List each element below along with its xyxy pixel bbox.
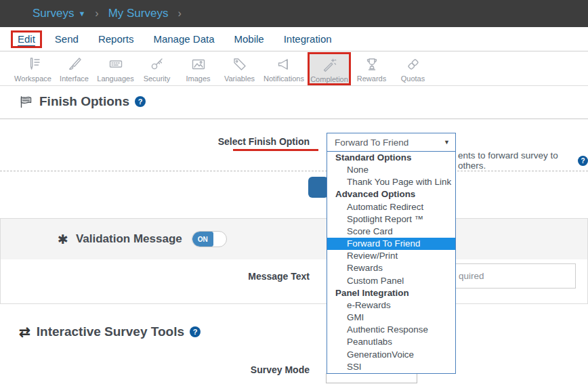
dropdown-group-panel-integration: Panel Integration	[327, 287, 455, 299]
dropdown-group-advanced-options: Advanced Options	[327, 188, 455, 200]
images-icon	[190, 56, 207, 73]
tool-label: Security	[144, 74, 171, 83]
rewards-icon	[363, 56, 381, 73]
dropdown-option-automatic-redirect[interactable]: Automatic Redirect	[327, 201, 455, 213]
dropdown-option-none[interactable]: None	[327, 164, 455, 176]
breadcrumb-separator-icon: ›	[95, 7, 98, 20]
tab-integration[interactable]: Integration	[284, 33, 332, 45]
tool-label: Images	[186, 74, 210, 83]
caret-down-icon: ▼	[78, 9, 85, 18]
dashed-divider	[0, 171, 588, 171]
dropdown-option-peanutlabs[interactable]: Peanutlabs	[327, 336, 455, 348]
forward-note: ents to forward survey to others. ?	[458, 150, 588, 171]
dropdown-option-authentic-response[interactable]: Authentic Response	[327, 324, 455, 336]
tool-rewards[interactable]: Rewards	[351, 52, 392, 85]
dropdown-option-e-rewards[interactable]: e-Rewards	[327, 299, 455, 312]
interface-icon	[66, 56, 83, 73]
tab-mobile[interactable]: Mobile	[234, 33, 264, 45]
dropdown-option-thank-you-page-with-link[interactable]: Thank You Page with Link	[327, 176, 455, 188]
page-title: Finish Options	[39, 94, 129, 109]
tab-send[interactable]: Send	[55, 33, 79, 45]
save-button-partial[interactable]	[308, 177, 329, 198]
message-text-value: quired	[459, 271, 484, 281]
tool-variables[interactable]: Variables	[219, 52, 260, 85]
completion-icon	[320, 56, 338, 74]
tool-interface[interactable]: Interface	[54, 52, 95, 85]
interactive-survey-tools-title: Interactive Survey Tools	[37, 324, 184, 339]
languages-icon	[107, 56, 125, 73]
finish-options-help-icon[interactable]: ?	[135, 96, 146, 107]
tool-languages[interactable]: Languages	[95, 52, 136, 85]
dropdown-option-generationvoice[interactable]: GenerationVoice	[327, 349, 455, 361]
dropdown-option-forward-to-friend[interactable]: Forward To Friend	[327, 238, 455, 250]
interactive-survey-tools-help-icon[interactable]: ?	[190, 326, 201, 337]
breadcrumb-item-my-surveys[interactable]: My Surveys	[108, 7, 169, 20]
dropdown-option-rewards[interactable]: Rewards	[327, 262, 455, 274]
quotas-icon	[404, 56, 422, 73]
breadcrumb: Surveys▼›My Surveys›	[0, 0, 588, 27]
variables-icon	[231, 56, 249, 73]
validation-toggle[interactable]: ON	[192, 231, 227, 247]
tool-label: Variables	[224, 74, 255, 83]
breadcrumb-item-surveys[interactable]: Surveys	[33, 7, 74, 20]
survey-mode-label: Survey Mode	[135, 364, 310, 375]
tool-label: Quotas	[401, 74, 425, 83]
tool-label: Workspace	[14, 74, 51, 83]
dropdown-option-custom-panel[interactable]: Custom Panel	[327, 275, 455, 287]
validation-message-title: Validation Message	[76, 232, 182, 246]
dropdown-option-ssi[interactable]: SSI	[327, 361, 455, 373]
divider	[0, 119, 588, 119]
dropdown-group-standard-options: Standard Options	[327, 152, 455, 164]
tool-label: Languages	[97, 74, 133, 83]
tool-quotas[interactable]: Quotas	[392, 52, 434, 85]
tool-images[interactable]: Images	[177, 52, 219, 85]
security-icon	[148, 56, 166, 73]
tool-workspace[interactable]: Workspace	[12, 52, 54, 85]
message-text-label: Message Text	[135, 271, 310, 282]
finish-option-selected-value: Forward To Friend	[335, 137, 444, 148]
dropdown-option-score-card[interactable]: Score Card	[327, 226, 455, 238]
workspace-icon	[24, 56, 42, 73]
tab-reports[interactable]: Reports	[98, 33, 134, 45]
tab-manage-data[interactable]: Manage Data	[153, 33, 214, 45]
page: Surveys▼›My Surveys› EditSendReportsMana…	[0, 0, 588, 384]
asterisk-icon: ✱	[58, 232, 68, 247]
dropdown-option-review-print[interactable]: Review/Print	[327, 250, 455, 262]
menu-bar: EditSendReportsManage DataMobileIntegrat…	[0, 27, 588, 51]
finish-options-heading: Finish Options ?	[19, 94, 146, 109]
finish-option-select[interactable]: Forward To Friend ▼	[327, 133, 456, 152]
tool-label: Rewards	[357, 74, 386, 83]
finish-option-dropdown: Standard OptionsNoneThank You Page with …	[327, 152, 456, 374]
red-underline-annotation	[233, 149, 318, 151]
validation-message-section: ✱ Validation Message ON	[0, 218, 588, 304]
validation-toggle-on-label: ON	[192, 232, 213, 247]
dropdown-option-spotlight-report-[interactable]: Spotlight Report ™	[327, 213, 455, 226]
tool-label: Notifications	[264, 74, 304, 83]
dropdown-option-gmi[interactable]: GMI	[327, 312, 455, 324]
tab-edit[interactable]: Edit	[18, 33, 35, 45]
flag-icon	[19, 95, 33, 109]
chevron-down-icon: ▼	[444, 139, 450, 146]
breadcrumb-separator-icon: ›	[177, 7, 181, 20]
forward-note-help-icon[interactable]: ?	[578, 156, 588, 166]
interactive-survey-tools-heading: ⇄ Interactive Survey Tools ?	[19, 324, 201, 340]
toolbar: WorkspaceInterfaceLanguagesSecurityImage…	[0, 52, 588, 86]
tool-label: Completion	[310, 75, 348, 83]
tool-security[interactable]: Security	[136, 52, 177, 85]
notifications-icon	[275, 56, 293, 73]
red-box-annotation: Edit	[11, 30, 42, 48]
survey-mode-select[interactable]	[326, 373, 417, 383]
tool-label: Interface	[60, 74, 89, 83]
tool-completion[interactable]: Completion	[308, 52, 351, 85]
forward-note-text: ents to forward survey to others.	[458, 150, 572, 171]
tool-notifications[interactable]: Notifications	[260, 52, 308, 85]
arrows-icon: ⇄	[19, 324, 30, 340]
validation-message-header: ✱ Validation Message ON	[1, 219, 587, 259]
select-finish-option-label: Select Finish Option	[135, 136, 310, 147]
